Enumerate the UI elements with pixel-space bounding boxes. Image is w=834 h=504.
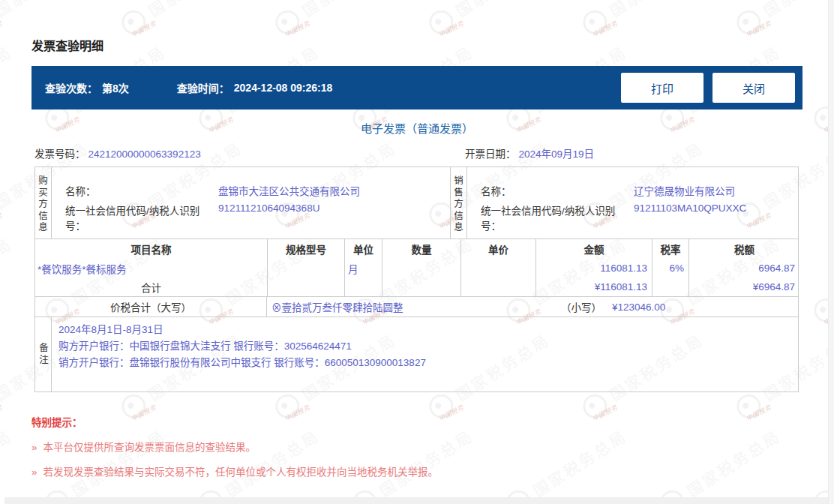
- invoice-type-title: 电子发票（普通发票）: [32, 120, 802, 136]
- invoice-date-label: 开票日期：: [465, 148, 516, 160]
- item-amount: 116081.13: [536, 259, 652, 278]
- col-header-tax: 税额: [688, 239, 800, 259]
- invoice-date-value: 2024年09月19日: [519, 148, 595, 160]
- total-amount-values: ⊗壹拾贰万叁仟零肆拾陆圆整 （小写） ¥123046.00: [267, 297, 798, 316]
- item-qty: [382, 259, 460, 278]
- total-amount-row: 价税合计（大写） ⊗壹拾贰万叁仟零肆拾陆圆整 （小写） ¥123046.00: [35, 296, 798, 316]
- buyer-taxid-label: 统一社会信用代码/纳税人识别号：: [65, 202, 218, 222]
- check-count-value: 第8次: [102, 80, 129, 95]
- remarks-side-label: 备注: [35, 317, 52, 392]
- subtotal-qty: [382, 278, 460, 296]
- page-title: 发票查验明细: [32, 36, 104, 54]
- invoice-number-value: 24212000000063392123: [88, 148, 201, 160]
- line-items-table: 项目名称 规格型号 单位 数量 单价 金额 税率 税额 *餐饮服务*餐标服务 月…: [35, 239, 798, 296]
- notice-item-1: »本平台仅提供所查询发票票面信息的查验结果。: [32, 439, 802, 454]
- buyer-side-label: 购买方信息: [35, 167, 52, 238]
- col-header-item-name: 项目名称: [35, 239, 267, 259]
- seller-taxid-value: 91211103MA10QPUXXC: [634, 202, 746, 222]
- items-header-row: 项目名称 规格型号 单位 数量 单价 金额 税率 税额: [35, 239, 798, 259]
- item-name: *餐饮服务*餐标服务: [35, 259, 267, 278]
- subtotal-tax: ¥6964.87: [688, 278, 800, 296]
- invoice-number: 发票号码：24212000000063392123: [34, 146, 201, 160]
- print-button[interactable]: 打印: [621, 73, 704, 103]
- col-header-amount: 金额: [536, 239, 652, 259]
- invoice-verification-page: 发票查验明细 查验次数： 第8次 查验时间： 2024-12-08 09:26:…: [0, 0, 834, 504]
- invoice-table: 购买方信息 名称： 盘锦市大洼区公共交通有限公司 统一社会信用代码/纳税人识别号…: [34, 166, 799, 392]
- subtotal-label: 合计: [35, 278, 267, 296]
- seller-name-value: 辽宁德晟物业有限公司: [634, 183, 735, 202]
- item-tax: 6964.87: [688, 259, 800, 278]
- notice-title: 特别提示：: [32, 414, 802, 429]
- subtotal-unit: [344, 278, 382, 296]
- col-header-price: 单价: [460, 239, 536, 259]
- subtotal-taxrate: [652, 278, 688, 296]
- total-amount-words: ⊗壹拾贰万叁仟零肆拾陆圆整: [272, 299, 561, 314]
- subtotal-spec: [267, 278, 344, 296]
- invoice-meta-row: 发票号码：24212000000063392123 开票日期：2024年09月1…: [34, 146, 799, 160]
- col-header-spec: 规格型号: [267, 239, 344, 259]
- item-row: *餐饮服务*餐标服务 月 116081.13 6% 6964.87: [35, 259, 798, 278]
- subtotal-price: [460, 278, 536, 296]
- item-spec: [267, 259, 344, 278]
- check-time-value: 2024-12-08 09:26:18: [234, 82, 333, 94]
- col-header-taxrate: 税率: [652, 239, 688, 259]
- close-button[interactable]: 关闭: [712, 73, 795, 103]
- seller-section: 销售方信息 名称： 辽宁德晟物业有限公司 统一社会信用代码/纳税人识别号： 91…: [451, 167, 798, 238]
- notice-bullet-icon: »: [32, 442, 38, 453]
- subtotal-row: 合计 ¥116081.13 ¥6964.87: [35, 278, 798, 296]
- buyer-section: 购买方信息 名称： 盘锦市大洼区公共交通有限公司 统一社会信用代码/纳税人识别号…: [35, 167, 451, 238]
- check-count-label: 查验次数：: [45, 80, 98, 95]
- invoice-number-label: 发票号码：: [34, 148, 86, 160]
- notice-item-2: »若发现发票查验结果与实际交易不符，任何单位或个人有权拒收并向当地税务机关举报。: [32, 464, 802, 478]
- party-section: 购买方信息 名称： 盘锦市大洼区公共交通有限公司 统一社会信用代码/纳税人识别号…: [35, 167, 798, 239]
- notice-item-2-text: 若发现发票查验结果与实际交易不符，任何单位或个人有权拒收并向当地税务机关举报。: [44, 466, 439, 478]
- subtotal-amount: ¥116081.13: [536, 278, 652, 296]
- remarks-line-buyer-bank: 购方开户银行：中国银行盘锦大洼支行 银行账号：302564624471: [58, 338, 798, 355]
- remarks-line-seller-bank: 销方开户银行：盘锦银行股份有限公司中银支行 银行账号：6600501309000…: [58, 355, 798, 371]
- col-header-qty: 数量: [382, 239, 460, 259]
- invoice-date: 开票日期：2024年09月19日: [465, 146, 594, 160]
- verification-banner: 查验次数： 第8次 查验时间： 2024-12-08 09:26:18 打印 关…: [32, 66, 802, 110]
- notice-bullet-icon: »: [32, 466, 38, 478]
- remarks-section: 备注 2024年8月1日-8月31日 购方开户银行：中国银行盘锦大洼支行 银行账…: [35, 316, 798, 392]
- buyer-taxid-value: 91211121064094368U: [218, 202, 320, 222]
- seller-taxid-label: 统一社会信用代码/纳税人识别号：: [481, 202, 634, 222]
- total-words-label: 价税合计（大写）: [35, 297, 267, 316]
- item-taxrate: 6%: [652, 259, 688, 278]
- buyer-info: 名称： 盘锦市大洼区公共交通有限公司 统一社会信用代码/纳税人识别号： 9121…: [52, 167, 450, 238]
- seller-name-label: 名称：: [481, 183, 634, 202]
- buyer-name-value: 盘锦市大洼区公共交通有限公司: [218, 183, 360, 202]
- total-figures-label: （小写）: [561, 299, 602, 314]
- item-unit: 月: [344, 259, 382, 278]
- remarks-body: 2024年8月1日-8月31日 购方开户银行：中国银行盘锦大洼支行 银行账号：3…: [52, 317, 798, 392]
- col-header-unit: 单位: [344, 239, 382, 259]
- seller-side-label: 销售方信息: [451, 167, 467, 238]
- remarks-line-period: 2024年8月1日-8月31日: [58, 322, 798, 338]
- notice-item-1-text: 本平台仅提供所查询发票票面信息的查验结果。: [44, 442, 256, 453]
- special-notice: 特别提示： »本平台仅提供所查询发票票面信息的查验结果。 »若发现发票查验结果与…: [32, 414, 802, 478]
- seller-info: 名称： 辽宁德晟物业有限公司 统一社会信用代码/纳税人识别号： 91211103…: [467, 167, 798, 238]
- buyer-name-label: 名称：: [65, 183, 218, 202]
- check-time-label: 查验时间：: [177, 80, 230, 95]
- item-price: [460, 259, 536, 278]
- total-amount-figures: ¥123046.00: [612, 302, 665, 313]
